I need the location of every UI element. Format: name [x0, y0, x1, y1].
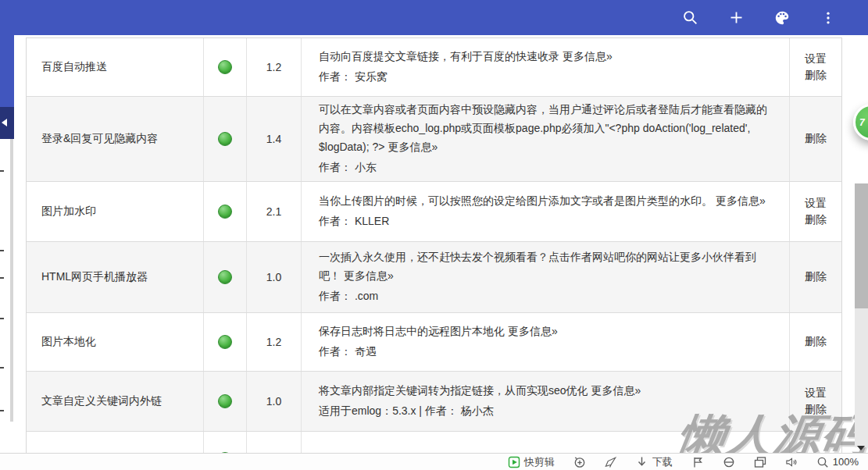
more-info-link[interactable]: 更多信息»	[344, 269, 394, 282]
history-circle-button[interactable]	[573, 456, 586, 468]
status-enabled-icon	[218, 335, 232, 349]
row-actions: 设置删除	[789, 372, 841, 431]
browser-page: 百度自动推送 1.2 自动向百度提交文章链接，有利于百度的快速收录更多信息» 作…	[0, 0, 868, 470]
plugin-status-cell	[203, 242, 246, 312]
compat-mode-icon	[723, 456, 735, 468]
description-line: 一次插入永久使用，还不赶快去发个视频看看？点击作者网站吧你的网站让更多小伙伴看到…	[319, 248, 772, 286]
table-row: HTML网页手机播放器 1.0 一次插入永久使用，还不赶快去发个视频看看？点击作…	[27, 242, 841, 313]
plugin-author: 作者： 小东	[319, 158, 772, 177]
app-bar-icons	[681, 0, 837, 35]
plugin-description-cell: 自动向百度提交文章链接，有利于百度的快速收录更多信息» 作者： 安乐窝	[301, 38, 789, 96]
description-line: 将文章内部指定关键词转为指定链接，从而实现seo优化更多信息»	[319, 382, 772, 401]
row-actions: 设置删除	[789, 38, 841, 96]
rocket-icon	[605, 456, 617, 468]
table-row: 文章自定义关键词内外链 1.0 将文章内部指定关键词转为指定链接，从而实现seo…	[27, 372, 841, 432]
plugin-status-cell	[203, 372, 246, 431]
plugin-description: 将文章内部指定关键词转为指定链接，从而实现seo优化	[319, 384, 588, 397]
delete-link[interactable]: 删除	[805, 69, 827, 83]
more-info-link[interactable]: 更多信息»	[716, 194, 766, 207]
plugin-author: 作者： 奇遇	[319, 343, 772, 361]
status-enabled-icon	[218, 132, 232, 146]
palette-icon[interactable]	[773, 9, 791, 27]
plugin-version: 1.2	[246, 38, 301, 96]
row-actions: 删除	[789, 97, 841, 181]
more-info-link[interactable]: 更多信息»	[563, 50, 613, 62]
plugin-description-cell: 当你上传图片的时候，可以按照您的设定给图片添加文字或者是图片类型的水印。更多信息…	[301, 182, 789, 241]
table-row: 百度自动推送 1.2 自动向百度提交文章链接，有利于百度的快速收录更多信息» 作…	[27, 38, 841, 97]
search-icon[interactable]	[681, 9, 698, 27]
description-line: 可以在文章内容或者页面内容中预设隐藏内容，当用户通过评论后或者登陆后才能查看隐藏…	[319, 101, 772, 156]
more-info-link[interactable]: 更多信息»	[591, 384, 641, 397]
plugin-name: 文章自定义关键词内外链	[27, 372, 203, 431]
plugin-description: 自动向百度提交文章链接，有利于百度的快速收录	[319, 50, 559, 62]
plugin-status-cell	[203, 97, 246, 181]
plugin-description-cell: 可以在文章内容或者页面内容中预设隐藏内容，当用户通过评论后或者登陆后才能查看隐藏…	[301, 97, 789, 181]
zoom-level: 100%	[833, 456, 859, 468]
scrollbar-track[interactable]	[855, 308, 868, 447]
delete-link[interactable]: 删除	[805, 213, 827, 227]
compat-mode-button[interactable]	[723, 456, 735, 468]
sidebar-truncated-text	[0, 318, 4, 319]
window-mode-button[interactable]	[754, 456, 766, 468]
description-line: 当你上传图片的时候，可以按照您的设定给图片添加文字或者是图片类型的水印。更多信息…	[319, 192, 772, 211]
circle-plus-icon	[573, 456, 586, 468]
status-enabled-icon	[218, 270, 232, 284]
mute-button[interactable]	[785, 456, 798, 468]
quick-clip-icon	[508, 456, 520, 468]
delete-link[interactable]: 删除	[805, 335, 827, 349]
table-row: 图片本地化 1.2 保存日志时将日志中的远程图片本地化更多信息» 作者： 奇遇 …	[27, 313, 841, 372]
plugin-author: 作者： 安乐窝	[319, 68, 772, 87]
status-enabled-icon	[218, 394, 232, 408]
more-info-link[interactable]: 更多信息»	[508, 325, 558, 337]
plugin-table: 百度自动推送 1.2 自动向百度提交文章链接，有利于百度的快速收录更多信息» 作…	[26, 37, 842, 470]
download-button[interactable]: 下载	[636, 455, 673, 469]
plugin-description: 当你上传图片的时候，可以按照您的设定给图片添加文字或者是图片类型的水印。	[319, 194, 713, 207]
plugin-version: 2.1	[246, 182, 301, 241]
sidebar-truncated-text	[0, 170, 4, 172]
settings-link[interactable]: 设置	[805, 52, 827, 66]
more-info-link[interactable]: 更多信息»	[388, 141, 438, 153]
plugin-author: 作者： KLLER	[319, 212, 772, 231]
sidebar-truncated-text	[0, 277, 4, 279]
download-label: 下载	[652, 455, 673, 469]
delete-link[interactable]: 删除	[805, 132, 827, 146]
description-line: 自动向百度提交文章链接，有利于百度的快速收录更多信息»	[319, 48, 772, 66]
plugin-description-cell: 保存日志时将日志中的远程图片本地化更多信息» 作者： 奇遇	[301, 313, 789, 371]
plugin-name: HTML网页手机播放器	[27, 242, 203, 312]
plugin-author: 作者： .com	[319, 287, 772, 306]
top-app-bar	[0, 0, 868, 35]
flag-icon	[691, 456, 704, 468]
settings-link[interactable]: 设置	[805, 386, 827, 401]
settings-link[interactable]: 设置	[805, 197, 827, 211]
sidebar-truncated-text	[0, 410, 4, 411]
plugin-version: 1.2	[246, 313, 301, 371]
page-zoom-button[interactable]: 100%	[816, 456, 859, 468]
quick-clip-button[interactable]: 快剪辑	[508, 455, 555, 469]
report-flag-button[interactable]	[691, 456, 704, 468]
browser-status-bar: 快剪辑 下载	[0, 453, 868, 470]
zoom-magnifier-icon	[816, 456, 829, 468]
status-enabled-icon	[218, 205, 232, 219]
status-enabled-icon	[218, 60, 232, 74]
row-actions: 删除	[789, 313, 841, 371]
sidebar-strip	[0, 35, 14, 107]
scrollbar-thumb[interactable]	[855, 183, 868, 308]
plugin-status-cell	[203, 313, 246, 371]
plugin-name: 图片本地化	[27, 313, 203, 371]
add-icon[interactable]	[727, 9, 745, 27]
floating-contact-badge[interactable]: 7	[853, 104, 868, 141]
plugin-description-cell: 将文章内部指定关键词转为指定链接，从而实现seo优化更多信息» 适用于emlog…	[301, 372, 789, 431]
scrollbar-down-arrow-icon[interactable]	[857, 446, 865, 450]
speaker-icon	[785, 456, 798, 468]
delete-link[interactable]: 删除	[805, 403, 827, 417]
more-vertical-icon[interactable]	[820, 9, 837, 27]
delete-link[interactable]: 删除	[805, 270, 827, 284]
plugin-author: 适用于emlog：5.3.x | 作者： 杨小杰	[319, 402, 772, 421]
download-arrow-icon	[636, 456, 648, 468]
row-actions: 设置删除	[789, 182, 841, 241]
boost-rocket-button[interactable]	[605, 456, 617, 468]
row-actions: 删除	[789, 242, 841, 312]
plugin-version: 1.0	[246, 372, 301, 431]
sidebar-divider	[10, 139, 13, 422]
table-row: 登录&回复可见隐藏内容 1.4 可以在文章内容或者页面内容中预设隐藏内容，当用户…	[27, 97, 841, 182]
